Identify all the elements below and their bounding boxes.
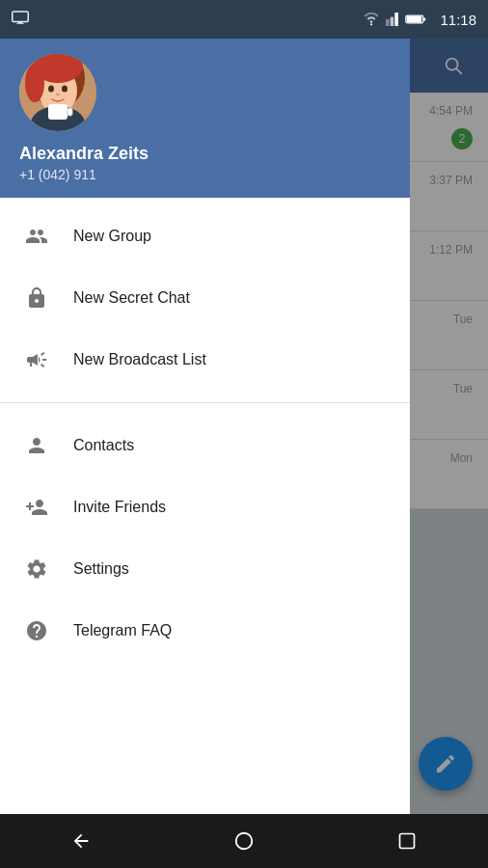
drawer-item-settings[interactable]: Settings: [0, 538, 410, 600]
svg-marker-5: [391, 17, 394, 26]
svg-point-20: [48, 85, 54, 92]
settings-icon: [19, 552, 54, 586]
nav-home-button[interactable]: [215, 822, 273, 860]
drawer-user-phone: +1 (042) 911: [19, 167, 391, 182]
lock-icon: [19, 281, 54, 315]
signal-icon: [386, 13, 399, 26]
svg-rect-2: [16, 23, 24, 24]
svg-rect-0: [13, 12, 29, 22]
drawer-item-label: New Secret Chat: [73, 289, 190, 307]
svg-point-22: [56, 93, 60, 95]
drawer-menu: New Group New Secret Chat New Broadc: [0, 198, 410, 814]
svg-point-3: [370, 23, 372, 25]
nav-recent-button[interactable]: [378, 822, 436, 860]
drawer-item-label: Settings: [73, 560, 129, 578]
person-add-icon: [19, 490, 54, 525]
drawer-item-new-group[interactable]: New Group: [0, 205, 410, 267]
group-icon: [19, 219, 54, 254]
svg-point-16: [25, 64, 44, 102]
help-icon: [19, 613, 54, 648]
svg-point-21: [62, 85, 68, 92]
svg-rect-8: [407, 16, 422, 22]
svg-marker-6: [395, 13, 399, 26]
drawer-item-label: Invite Friends: [73, 499, 166, 516]
nav-back-button[interactable]: [52, 822, 110, 860]
svg-rect-9: [423, 17, 425, 20]
avatar: [19, 54, 96, 131]
svg-marker-4: [386, 19, 390, 26]
recent-icon: [397, 831, 417, 851]
drawer-item-label: Telegram FAQ: [73, 622, 172, 639]
wifi-icon: [363, 13, 380, 26]
drawer-item-contacts[interactable]: Contacts: [0, 415, 410, 476]
drawer-section-bottom: Contacts Invite Friends Settings: [0, 407, 410, 669]
drawer-user-name: Alexandra Zeits: [19, 143, 391, 165]
drawer-item-new-secret-chat[interactable]: New Secret Chat: [0, 267, 410, 329]
svg-rect-19: [68, 108, 72, 116]
svg-point-23: [236, 833, 253, 850]
drawer-divider: [0, 402, 410, 403]
status-bar-icons: 11:18: [363, 12, 476, 28]
status-time: 11:18: [440, 12, 476, 28]
battery-icon: [405, 14, 426, 25]
drawer-section-top: New Group New Secret Chat New Broadc: [0, 198, 410, 398]
navigation-bar: [0, 814, 488, 868]
drawer-header: Alexandra Zeits +1 (042) 911: [0, 39, 410, 198]
person-icon: [19, 428, 54, 463]
status-bar: 11:18: [0, 0, 488, 39]
svg-rect-24: [399, 834, 414, 849]
drawer-item-invite-friends[interactable]: Invite Friends: [0, 476, 410, 538]
status-bar-left-icons: [12, 11, 29, 28]
svg-rect-18: [48, 104, 68, 120]
drawer-item-telegram-faq[interactable]: Telegram FAQ: [0, 600, 410, 662]
back-icon: [70, 830, 92, 852]
drawer-item-label: New Broadcast List: [73, 351, 206, 368]
drawer-item-label: New Group: [73, 228, 151, 245]
drawer-item-new-broadcast-list[interactable]: New Broadcast List: [0, 329, 410, 391]
drawer-item-label: Contacts: [73, 437, 134, 454]
home-icon: [233, 830, 255, 852]
svg-rect-1: [18, 22, 23, 24]
navigation-drawer: Alexandra Zeits +1 (042) 911 New Group: [0, 39, 410, 814]
megaphone-icon: [19, 342, 54, 377]
